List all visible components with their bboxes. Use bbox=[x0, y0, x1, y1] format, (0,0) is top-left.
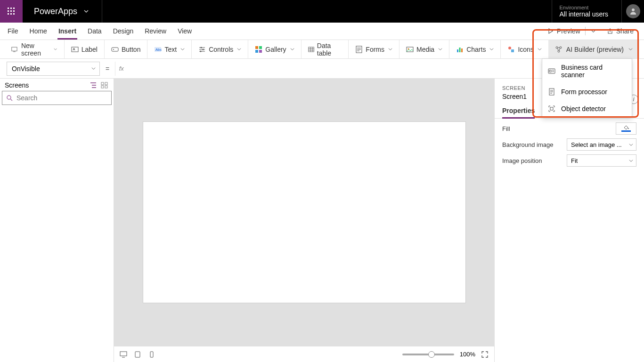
chevron-down-icon bbox=[538, 47, 542, 51]
device-desktop-icon[interactable] bbox=[120, 351, 127, 358]
ribbon-text[interactable]: Abc Text bbox=[147, 40, 192, 58]
charts-icon bbox=[456, 46, 464, 53]
label-icon bbox=[71, 46, 79, 53]
svg-line-54 bbox=[10, 99, 12, 101]
menu-design[interactable]: Design bbox=[107, 23, 139, 40]
avatar-icon bbox=[626, 4, 640, 18]
device-tablet-icon[interactable] bbox=[134, 351, 141, 358]
app-launcher-button[interactable] bbox=[0, 0, 23, 23]
chevron-down-icon bbox=[91, 66, 96, 71]
property-selector[interactable]: OnVisible bbox=[7, 62, 100, 76]
ai-icon bbox=[555, 46, 562, 53]
svg-point-14 bbox=[113, 49, 114, 50]
menu-home[interactable]: Home bbox=[24, 23, 53, 40]
share-button[interactable]: Share bbox=[602, 25, 638, 37]
svg-rect-25 bbox=[255, 50, 258, 53]
svg-text:Abc: Abc bbox=[155, 48, 162, 52]
canvas-screen[interactable] bbox=[143, 122, 465, 303]
chevron-down-icon bbox=[628, 47, 633, 51]
svg-point-41 bbox=[508, 47, 511, 49]
svg-rect-8 bbox=[13, 13, 15, 15]
ribbon-data-table[interactable]: Data table bbox=[302, 40, 349, 58]
preview-button[interactable]: Preview bbox=[543, 25, 600, 37]
ribbon-text-label: Text bbox=[164, 46, 177, 53]
ribbon-ai-builder[interactable]: AI Builder (preview) bbox=[548, 40, 639, 58]
screens-search-input[interactable] bbox=[16, 94, 107, 102]
svg-point-18 bbox=[201, 47, 202, 48]
ribbon-gallery[interactable]: Gallery bbox=[248, 40, 301, 58]
ai-menu-item3-label: Object detector bbox=[561, 105, 606, 113]
menu-insert[interactable]: Insert bbox=[53, 23, 82, 40]
screen-icon bbox=[11, 46, 17, 53]
ribbon-icons[interactable]: Icons bbox=[501, 40, 548, 58]
ribbon-data-table-label: Data table bbox=[317, 42, 342, 57]
menu-view[interactable]: View bbox=[172, 23, 197, 40]
thumbnail-view-toggle[interactable] bbox=[100, 81, 109, 89]
document-icon bbox=[548, 88, 555, 96]
svg-rect-50 bbox=[105, 82, 107, 85]
ribbon-button-text: Button bbox=[122, 46, 140, 53]
menu-file[interactable]: File bbox=[2, 23, 24, 40]
table-icon bbox=[308, 46, 314, 53]
ai-menu-form-processor[interactable]: Form processor bbox=[542, 83, 632, 100]
ribbon-media[interactable]: Media bbox=[399, 40, 449, 58]
device-phone-icon[interactable] bbox=[148, 351, 155, 358]
new-screen-label: New screen bbox=[21, 42, 49, 57]
waffle-icon bbox=[8, 8, 15, 15]
forms-icon bbox=[355, 46, 363, 53]
button-icon bbox=[111, 46, 119, 53]
prop-fill-label: Fill bbox=[502, 125, 510, 132]
tree-view-toggle[interactable] bbox=[89, 81, 98, 89]
ai-menu-item2-label: Form processor bbox=[561, 88, 607, 96]
chevron-down-icon bbox=[591, 29, 595, 33]
svg-rect-42 bbox=[511, 49, 514, 52]
bg-image-select[interactable]: Select an image ... bbox=[567, 138, 636, 151]
detect-icon bbox=[548, 105, 555, 113]
ribbon-controls[interactable]: Controls bbox=[192, 40, 248, 58]
ribbon-media-label: Media bbox=[416, 46, 434, 53]
screens-search-box[interactable] bbox=[2, 91, 112, 105]
environment-selector[interactable]: Environment All internal users bbox=[552, 0, 622, 23]
svg-rect-0 bbox=[8, 8, 9, 9]
svg-point-53 bbox=[7, 96, 11, 99]
chevron-down-icon bbox=[489, 47, 494, 51]
paint-bucket-icon bbox=[623, 125, 629, 130]
ribbon-ai-builder-label: AI Builder (preview) bbox=[566, 46, 624, 53]
svg-rect-2 bbox=[13, 8, 15, 9]
chevron-down-icon bbox=[290, 47, 294, 51]
svg-rect-58 bbox=[150, 352, 153, 357]
ribbon-forms-label: Forms bbox=[366, 46, 384, 53]
screens-panel-title: Screens bbox=[5, 81, 29, 89]
chevron-down-icon bbox=[438, 47, 442, 51]
ribbon-forms[interactable]: Forms bbox=[349, 40, 399, 58]
svg-point-59 bbox=[628, 128, 629, 129]
svg-rect-13 bbox=[112, 48, 118, 51]
svg-rect-7 bbox=[10, 13, 12, 15]
ribbon-label-text: Label bbox=[82, 46, 98, 53]
controls-icon bbox=[198, 46, 206, 53]
share-icon bbox=[607, 28, 613, 34]
ai-menu-object-detector[interactable]: Object detector bbox=[542, 100, 632, 117]
ribbon-button[interactable]: Button bbox=[105, 40, 147, 58]
tab-properties[interactable]: Properties bbox=[502, 107, 535, 118]
ai-menu-business-card[interactable]: Business card scanner bbox=[542, 59, 632, 83]
zoom-value: 100% bbox=[460, 351, 475, 358]
chevron-down-icon bbox=[180, 47, 185, 51]
search-icon bbox=[6, 95, 13, 101]
svg-rect-10 bbox=[12, 47, 17, 51]
icons-icon bbox=[507, 46, 515, 53]
fill-color-button[interactable] bbox=[616, 122, 636, 135]
user-avatar-button[interactable] bbox=[621, 0, 644, 23]
ribbon-new-screen[interactable]: New screen bbox=[5, 40, 65, 58]
chevron-down-icon bbox=[629, 143, 633, 147]
environment-label: Environment bbox=[560, 5, 609, 10]
svg-point-45 bbox=[558, 50, 560, 52]
ribbon-charts[interactable]: Charts bbox=[449, 40, 501, 58]
ribbon-label[interactable]: Label bbox=[65, 40, 105, 58]
menu-data[interactable]: Data bbox=[82, 23, 107, 40]
app-name-dropdown[interactable]: PowerApps bbox=[23, 0, 102, 23]
img-pos-select[interactable]: Fit bbox=[567, 154, 636, 167]
fullscreen-icon[interactable] bbox=[481, 351, 489, 358]
zoom-slider[interactable] bbox=[402, 354, 454, 355]
menu-review[interactable]: Review bbox=[139, 23, 172, 40]
